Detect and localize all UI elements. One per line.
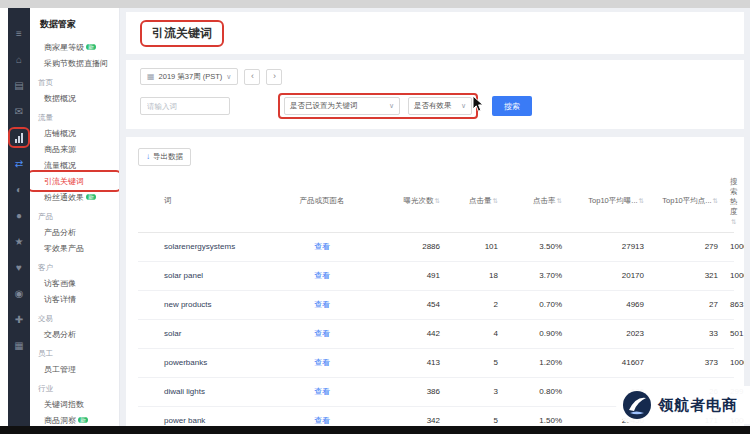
ctr-cell: 3.50%	[504, 232, 568, 261]
view-link[interactable]: 查看	[314, 358, 330, 367]
sort-icon[interactable]: ⇅	[493, 197, 498, 204]
sidebar-item-访客画像[interactable]: 访客画像	[30, 275, 119, 291]
sidebar-item-采购节数据直播间[interactable]: 采购节数据直播间	[30, 55, 119, 71]
column-header[interactable]: 点击率⇅	[504, 173, 568, 233]
period-value: 2019 第37周 (PST)	[159, 72, 223, 82]
period-select[interactable]: ▦ 2019 第37周 (PST) ∨	[140, 68, 238, 85]
column-header[interactable]: 点击量⇅	[446, 173, 504, 233]
clicks-cell: 101	[446, 232, 504, 261]
sidebar-item-引流关键词[interactable]: 引流关键词	[30, 173, 119, 189]
prev-period-button[interactable]: ‹	[244, 69, 260, 85]
sidebar-item-数据概况[interactable]: 数据概况	[30, 90, 119, 106]
main-content: 引流关键词 ▦ 2019 第37周 (PST) ∨ ‹ › 是	[120, 8, 750, 426]
menu-icon[interactable]: ≡	[11, 26, 27, 41]
keyword-cell: new products	[138, 290, 278, 319]
top10-clicks-cell: 321	[650, 261, 724, 290]
star-icon[interactable]: ★	[11, 234, 27, 249]
results-panel: ↓ 导出数据 词产品或页面名曝光次数⇅点击量⇅点击率⇅Top10平均曝...⇅T…	[126, 137, 744, 426]
orders-icon[interactable]: ▤	[11, 78, 27, 93]
apps-icon[interactable]: ▦	[11, 338, 27, 353]
view-cell: 查看	[278, 261, 366, 290]
export-data-button[interactable]: ↓ 导出数据	[138, 148, 191, 166]
record-icon[interactable]: ●	[11, 208, 27, 223]
icon-rail: ≡⌂▤✉⇄◐●★♥◉✚▦	[8, 8, 30, 426]
sidebar-item-零效果产品[interactable]: 零效果产品	[30, 240, 119, 256]
left-gap	[0, 8, 8, 426]
sort-icon[interactable]: ⇅	[713, 197, 718, 204]
page-header: 引流关键词	[126, 12, 744, 54]
keyword-set-filter-select[interactable]: 是否已设置为关键词 ∨	[284, 97, 400, 115]
column-header[interactable]: Top10平均曝...⇅	[568, 173, 650, 233]
ctr-cell: 1.50%	[504, 406, 568, 426]
keyword-cell: solar panel	[138, 261, 278, 290]
table-row: solarenergysystems查看28861013.50%27913279…	[138, 232, 734, 261]
target-icon[interactable]: ◉	[11, 286, 27, 301]
watermark-text: 领航者电商	[658, 396, 738, 415]
impressions-cell: 442	[366, 319, 446, 348]
column-header[interactable]: 搜索热度⇅	[724, 173, 734, 233]
next-period-button[interactable]: ›	[266, 69, 282, 85]
keyword-cell: power bank	[138, 406, 278, 426]
view-link[interactable]: 查看	[314, 242, 330, 251]
sidebar-section-label: 流量	[30, 111, 119, 125]
ctr-cell: 0.80%	[504, 377, 568, 406]
sidebar-item-员工管理[interactable]: 员工管理	[30, 361, 119, 377]
sort-icon[interactable]: ⇅	[557, 197, 562, 204]
analytics-icon[interactable]	[11, 130, 27, 145]
sidebar-item-访客详情[interactable]: 访客详情	[30, 291, 119, 307]
view-link[interactable]: 查看	[314, 416, 330, 425]
table-row: solar查看44240.90%202333501	[138, 319, 734, 348]
plus-icon[interactable]: ✚	[11, 312, 27, 327]
chevron-down-icon: ∨	[389, 102, 394, 110]
keyword-cell: diwali lights	[138, 377, 278, 406]
view-cell: 查看	[278, 290, 366, 319]
clicks-cell: 18	[446, 261, 504, 290]
top10-clicks-cell: 33	[650, 319, 724, 348]
search-heat-cell: 501	[724, 319, 734, 348]
view-link[interactable]: 查看	[314, 300, 330, 309]
sidebar-item-商家星等级[interactable]: 商家星等级新	[30, 39, 119, 55]
view-link[interactable]: 查看	[314, 329, 330, 338]
keyword-set-filter-value: 是否已设置为关键词	[290, 101, 358, 111]
bar-chart-icon	[15, 133, 23, 143]
annotation-box-filters: 是否已设置为关键词 ∨ 是否有效果 ∨	[278, 93, 478, 119]
view-link[interactable]: 查看	[314, 271, 330, 280]
clicks-cell: 3	[446, 377, 504, 406]
clicks-cell: 4	[446, 319, 504, 348]
impressions-cell: 413	[366, 348, 446, 377]
impressions-cell: 342	[366, 406, 446, 426]
clock-icon[interactable]: ◐	[11, 182, 27, 197]
sidebar-item-流量概况[interactable]: 流量概况	[30, 157, 119, 173]
favorites-icon[interactable]: ♥	[11, 260, 27, 275]
column-header[interactable]: 曝光次数⇅	[366, 173, 446, 233]
view-cell: 查看	[278, 377, 366, 406]
message-icon[interactable]: ✉	[11, 104, 27, 119]
sidebar-section-label: 员工	[30, 347, 119, 361]
home-icon[interactable]: ⌂	[11, 52, 27, 67]
sidebar-item-店铺概况[interactable]: 店铺概况	[30, 125, 119, 141]
window-bottom-strip	[0, 426, 750, 434]
view-link[interactable]: 查看	[314, 387, 330, 396]
search-button[interactable]: 搜索	[492, 96, 532, 116]
transfer-icon[interactable]: ⇄	[11, 156, 27, 171]
sidebar-section-label: 产品	[30, 210, 119, 224]
impressions-cell: 2886	[366, 232, 446, 261]
column-header[interactable]: Top10平均点...⇅	[650, 173, 724, 233]
window-top-strip	[0, 0, 750, 8]
sidebar-item-交易分析[interactable]: 交易分析	[30, 326, 119, 342]
sidebar-section-label: 首页	[30, 76, 119, 90]
sidebar-item-商品来源[interactable]: 商品来源	[30, 141, 119, 157]
effect-filter-select[interactable]: 是否有效果 ∨	[408, 97, 472, 115]
search-heat-cell: 1000	[724, 261, 734, 290]
sort-icon[interactable]: ⇅	[435, 197, 440, 204]
keyword-search-input[interactable]	[140, 97, 230, 115]
sidebar-item-关键词指数[interactable]: 关键词指数	[30, 396, 119, 412]
chevron-down-icon: ∨	[461, 102, 466, 110]
sort-icon[interactable]: ⇅	[731, 218, 736, 225]
sort-icon[interactable]: ⇅	[639, 197, 644, 204]
column-header: 词	[138, 173, 278, 233]
keyword-cell: powerbanks	[138, 348, 278, 377]
sidebar-item-产品分析[interactable]: 产品分析	[30, 224, 119, 240]
sidebar-item-粉丝通效果[interactable]: 粉丝通效果新	[30, 189, 119, 205]
sidebar-item-商品洞察[interactable]: 商品洞察新	[30, 412, 119, 426]
